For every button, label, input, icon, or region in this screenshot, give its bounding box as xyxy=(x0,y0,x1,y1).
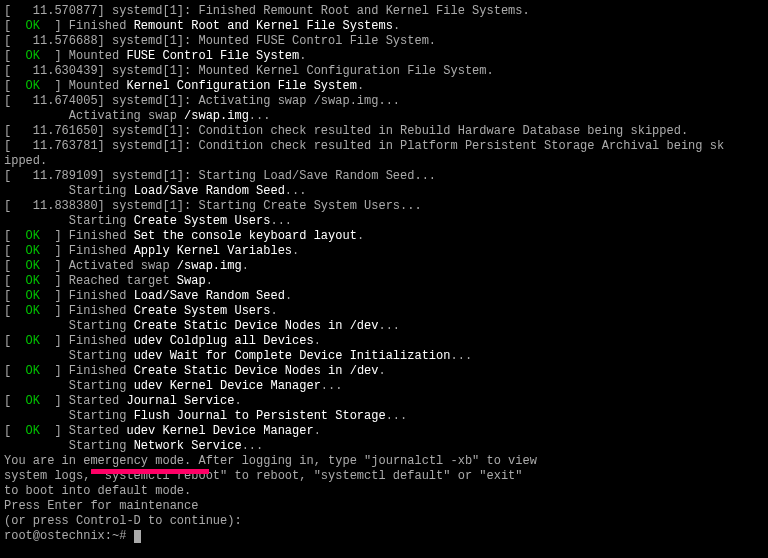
status-post: ... xyxy=(386,409,408,423)
timestamp-line: [ 11.576688] systemd[1]: Mounted FUSE Co… xyxy=(4,34,436,48)
timestamp-line: [ 11.570877] systemd[1]: Finished Remoun… xyxy=(4,4,530,18)
bracket: [ xyxy=(4,424,26,438)
ok-status: OK xyxy=(26,274,40,288)
status-post: . xyxy=(314,424,321,438)
status-pre: Finished xyxy=(69,229,134,243)
status-post: . xyxy=(314,334,321,348)
status-pre: Finished xyxy=(69,244,134,258)
bracket: ] xyxy=(40,244,69,258)
status-unit: Load/Save Random Seed xyxy=(134,184,285,198)
console-line: [ OK ] Finished Apply Kernel Variables. xyxy=(4,244,764,259)
redaction-mark xyxy=(91,469,209,474)
emergency-line-4: Press Enter for maintenance xyxy=(4,499,764,514)
status-pre: Started xyxy=(69,424,127,438)
console-line: [ OK ] Finished Load/Save Random Seed. xyxy=(4,289,764,304)
timestamp-line: [ 11.763781] systemd[1]: Condition check… xyxy=(4,139,724,153)
console-line: [ OK ] Started udev Kernel Device Manage… xyxy=(4,424,764,439)
ok-status: OK xyxy=(26,334,40,348)
status-unit: /swap.img xyxy=(177,259,242,273)
status-unit: FUSE Control File System xyxy=(126,49,299,63)
console-line: [ 11.630439] systemd[1]: Mounted Kernel … xyxy=(4,64,764,79)
console-line: [ OK ] Finished Create System Users. xyxy=(4,304,764,319)
ok-status: OK xyxy=(26,79,40,93)
status-unit: Create System Users xyxy=(134,304,271,318)
status-post: . xyxy=(242,259,249,273)
status-pre: Finished xyxy=(69,19,134,33)
status-pre: Starting xyxy=(4,439,134,453)
shell-prompt-line[interactable]: root@ostechnix:~# xyxy=(4,529,764,544)
status-pre: Activated swap xyxy=(69,259,177,273)
timestamp-line: [ 11.630439] systemd[1]: Mounted Kernel … xyxy=(4,64,494,78)
console-line: [ 11.674005] systemd[1]: Activating swap… xyxy=(4,94,764,109)
status-post: . xyxy=(270,304,277,318)
status-unit: Load/Save Random Seed xyxy=(134,289,285,303)
bracket: ] xyxy=(40,229,69,243)
console-line: [ OK ] Finished Remount Root and Kernel … xyxy=(4,19,764,34)
boot-console[interactable]: [ 11.570877] systemd[1]: Finished Remoun… xyxy=(0,0,768,548)
status-post: . xyxy=(378,364,385,378)
bracket: [ xyxy=(4,334,26,348)
console-line: Starting Create Static Device Nodes in /… xyxy=(4,319,764,334)
console-line: [ 11.763781] systemd[1]: Condition check… xyxy=(4,139,764,154)
status-unit: Apply Kernel Variables xyxy=(134,244,292,258)
emergency-text: to boot into default mode. xyxy=(4,484,191,498)
console-line: [ OK ] Finished Set the console keyboard… xyxy=(4,229,764,244)
status-unit: Journal Service xyxy=(126,394,234,408)
console-line: [ 11.761650] systemd[1]: Condition check… xyxy=(4,124,764,139)
timestamp-line: [ 11.789109] systemd[1]: Starting Load/S… xyxy=(4,169,436,183)
console-line: Starting Load/Save Random Seed... xyxy=(4,184,764,199)
status-pre: Reached target xyxy=(69,274,177,288)
timestamp-line: [ 11.761650] systemd[1]: Condition check… xyxy=(4,124,688,138)
status-pre: Starting xyxy=(4,319,134,333)
status-unit: Create Static Device Nodes in /dev xyxy=(134,364,379,378)
timestamp-line: [ 11.838380] systemd[1]: Starting Create… xyxy=(4,199,422,213)
bracket: [ xyxy=(4,259,26,273)
status-unit: Swap xyxy=(177,274,206,288)
bracket: ] xyxy=(40,394,69,408)
emergency-line-3: to boot into default mode. xyxy=(4,484,764,499)
status-unit: udev Kernel Device Manager xyxy=(126,424,313,438)
wrap-text: ipped. xyxy=(4,154,47,168)
status-unit: udev Kernel Device Manager xyxy=(134,379,321,393)
console-line: [ 11.838380] systemd[1]: Starting Create… xyxy=(4,199,764,214)
ok-status: OK xyxy=(26,259,40,273)
status-post: ... xyxy=(249,109,271,123)
status-unit: udev Wait for Complete Device Initializa… xyxy=(134,349,451,363)
status-pre: Starting xyxy=(4,214,134,228)
status-post: ... xyxy=(270,214,292,228)
bracket: [ xyxy=(4,289,26,303)
bracket: ] xyxy=(40,259,69,273)
console-line: [ OK ] Activated swap /swap.img. xyxy=(4,259,764,274)
bracket: [ xyxy=(4,304,26,318)
bracket: ] xyxy=(40,334,69,348)
status-pre: Finished xyxy=(69,304,134,318)
shell-prompt: root@ostechnix:~# xyxy=(4,529,134,543)
console-line: [ OK ] Started Journal Service. xyxy=(4,394,764,409)
bracket: ] xyxy=(40,49,69,63)
status-pre: Finished xyxy=(69,289,134,303)
emergency-mode-text: emergency mode xyxy=(83,454,184,468)
status-pre: Finished xyxy=(69,334,134,348)
console-line: Starting Network Service... xyxy=(4,439,764,454)
ok-status: OK xyxy=(26,289,40,303)
emergency-line-1: You are in emergency mode. After logging… xyxy=(4,454,764,469)
status-unit: Set the console keyboard layout xyxy=(134,229,357,243)
ok-status: OK xyxy=(26,364,40,378)
emergency-text: system logs, "systemctl reboot" to reboo… xyxy=(4,469,522,483)
status-unit: udev Coldplug all Devices xyxy=(134,334,314,348)
console-line: [ OK ] Finished Create Static Device Nod… xyxy=(4,364,764,379)
bracket: ] xyxy=(40,304,69,318)
status-pre: Starting xyxy=(4,409,134,423)
emergency-text: Press Enter for maintenance xyxy=(4,499,198,513)
console-line: ipped. xyxy=(4,154,764,169)
status-unit: Remount Root and Kernel File Systems xyxy=(134,19,393,33)
ok-status: OK xyxy=(26,229,40,243)
console-line: Starting udev Wait for Complete Device I… xyxy=(4,349,764,364)
console-line: Starting Flush Journal to Persistent Sto… xyxy=(4,409,764,424)
bracket: ] xyxy=(40,79,69,93)
status-unit: /swap.img xyxy=(184,109,249,123)
status-post: . xyxy=(299,49,306,63)
status-pre: Mounted xyxy=(69,49,127,63)
ok-status: OK xyxy=(26,19,40,33)
bracket: [ xyxy=(4,364,26,378)
